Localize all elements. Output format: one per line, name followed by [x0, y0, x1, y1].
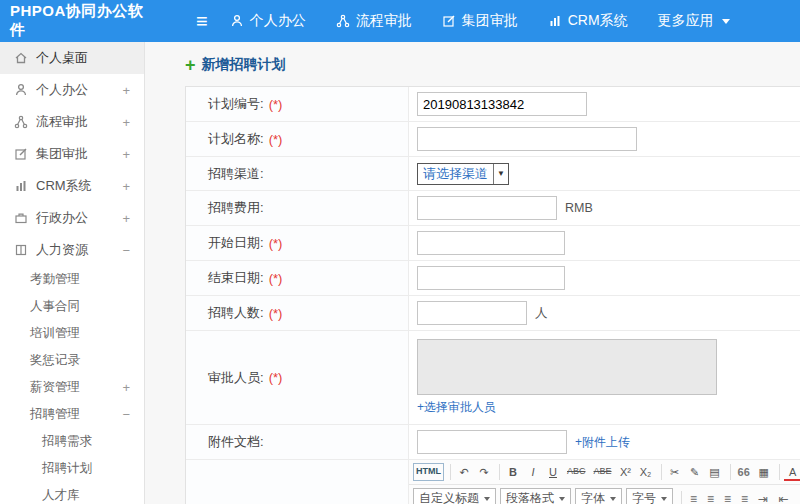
select-approver-link[interactable]: +选择审批人员 [417, 399, 496, 416]
sidebar-item-talent-pool[interactable]: 人才库 [0, 482, 144, 504]
expand-icon[interactable]: + [122, 211, 130, 226]
sidebar-item-label: 招聘计划 [42, 460, 92, 477]
approver-textarea[interactable] [417, 339, 717, 395]
custom-title-dropdown[interactable]: 自定义标题 [413, 488, 496, 504]
font-color-button[interactable]: A [784, 463, 800, 481]
redo-icon[interactable]: ↷ [475, 463, 493, 481]
table-icon[interactable]: ▦ [755, 463, 773, 481]
end-date-input[interactable] [417, 266, 565, 290]
channel-select[interactable]: 请选择渠道 ▼ [417, 163, 509, 185]
sidebar-item-attendance[interactable]: 考勤管理 [0, 266, 144, 293]
nav-more-apps[interactable]: 更多应用 [658, 12, 730, 30]
person-icon [230, 14, 244, 28]
font-family-dropdown[interactable]: 字体 [575, 488, 622, 504]
plus-icon: + [185, 56, 196, 74]
italic-button[interactable]: I [524, 463, 542, 481]
sidebar-item-recruit-plan[interactable]: 招聘计划 [0, 455, 144, 482]
menu-toggle-icon[interactable]: ≡ [196, 11, 208, 31]
expand-icon[interactable]: + [122, 83, 130, 98]
sidebar-item-crm[interactable]: CRM系统 + [0, 170, 144, 202]
sidebar-item-rewards[interactable]: 奖惩记录 [0, 347, 144, 374]
recruit-plan-form: 计划编号: (*) 计划名称: (*) 招聘渠道: [185, 86, 800, 504]
form-row-end-date: 结束日期: (*) [186, 261, 800, 296]
required-marker: (*) [269, 132, 283, 147]
align-center-icon[interactable]: ≡ [703, 490, 718, 504]
expand-icon[interactable]: + [122, 147, 130, 162]
paragraph-format-dropdown[interactable]: 段落格式 [500, 488, 571, 504]
font-size-dropdown[interactable]: 字号 [626, 488, 673, 504]
chevron-down-icon [484, 497, 490, 501]
toolbar-separator [681, 491, 682, 504]
field-label: 开始日期: (*) [186, 226, 409, 260]
sidebar-item-recruit-mgmt[interactable]: 招聘管理 − [0, 401, 144, 428]
sidebar-item-group-approval[interactable]: 集团审批 + [0, 138, 144, 170]
bold-button[interactable]: B [504, 463, 522, 481]
outdent-icon[interactable]: ⇤ [774, 490, 792, 504]
remove-format-button[interactable]: ABE [591, 464, 615, 480]
sidebar-item-workflow-approval[interactable]: 流程审批 + [0, 106, 144, 138]
align-justify-icon[interactable]: ≡ [737, 490, 752, 504]
topbar: PHPOA协同办公软件 ≡ 个人办公 流程审批 集团审批 CRM系统 [0, 0, 800, 42]
sidebar-item-hr-contract[interactable]: 人事合同 [0, 293, 144, 320]
cost-input[interactable] [417, 196, 557, 220]
sidebar: 个人桌面 个人办公 + 流程审批 + 集团审批 + [0, 42, 145, 504]
attachment-input[interactable] [417, 430, 567, 454]
cut-icon[interactable]: ✂ [666, 463, 684, 481]
sidebar-item-label: 个人办公 [36, 81, 88, 99]
field-label: 招聘渠道: [186, 157, 409, 190]
nav-workflow-approval[interactable]: 流程审批 [336, 12, 412, 30]
form-row-plan-name: 计划名称: (*) [186, 122, 800, 157]
field-label: 审批人员: (*) [186, 331, 409, 424]
subscript-button[interactable]: X₂ [637, 463, 655, 481]
collapse-icon[interactable]: − [122, 243, 130, 258]
undo-icon[interactable]: ↶ [455, 463, 473, 481]
toolbar-separator [499, 464, 500, 480]
sidebar-item-training[interactable]: 培训管理 [0, 320, 144, 347]
chevron-down-icon [661, 497, 667, 501]
blockquote-button[interactable]: 66 [735, 463, 753, 481]
nav-crm-system[interactable]: CRM系统 [548, 12, 628, 30]
sidebar-item-salary[interactable]: 薪资管理 + [0, 374, 144, 401]
paste-icon[interactable]: ▤ [706, 463, 724, 481]
form-row-plan-no: 计划编号: (*) [186, 87, 800, 122]
sidebar-item-label: 人力资源 [36, 241, 88, 259]
form-row-channel: 招聘渠道: 请选择渠道 ▼ [186, 157, 800, 191]
attachment-upload-link[interactable]: +附件上传 [575, 434, 630, 451]
edit-icon [442, 14, 456, 28]
page-layout: 个人桌面 个人办公 + 流程审批 + 集团审批 + [0, 42, 800, 504]
superscript-button[interactable]: X² [617, 463, 635, 481]
indent-icon[interactable]: ⇥ [754, 490, 772, 504]
sidebar-item-label: 薪资管理 [30, 379, 80, 396]
expand-icon[interactable]: + [122, 115, 130, 130]
expand-icon[interactable]: + [122, 380, 130, 395]
field-label: 计划编号: (*) [186, 87, 409, 121]
nav-personal-office[interactable]: 个人办公 [230, 12, 306, 30]
sidebar-item-recruit-demand[interactable]: 招聘需求 [0, 428, 144, 455]
toolbar-separator [730, 464, 731, 480]
field-label: 附件文档: [186, 425, 409, 459]
expand-icon[interactable]: + [122, 179, 130, 194]
plan-name-input[interactable] [417, 127, 637, 151]
bar-chart-icon [548, 14, 562, 28]
start-date-input[interactable] [417, 231, 565, 255]
collapse-icon[interactable]: − [122, 407, 130, 422]
sidebar-item-desktop[interactable]: 个人桌面 [0, 42, 144, 74]
field-label: 招聘费用: [186, 191, 409, 225]
html-source-button[interactable]: HTML [413, 463, 444, 481]
format-brush-icon[interactable]: ✎ [686, 463, 704, 481]
underline-button[interactable]: U [544, 463, 562, 481]
sidebar-item-admin-office[interactable]: 行政办公 + [0, 202, 144, 234]
nav-group-approval[interactable]: 集团审批 [442, 12, 518, 30]
sidebar-item-hr[interactable]: 人力资源 − [0, 234, 144, 266]
plan-no-input[interactable] [417, 92, 587, 116]
channel-selected-value: 请选择渠道 [423, 165, 488, 183]
strikethrough-button[interactable]: ABC [564, 464, 589, 480]
toolbar-separator [779, 464, 780, 480]
rich-text-editor: HTML ↶ ↷ B I U ABC ABE X² X₂ ✂ [409, 460, 800, 504]
align-right-icon[interactable]: ≡ [720, 490, 735, 504]
align-left-icon[interactable]: ≡ [686, 490, 701, 504]
editor-toolbar-row-1: HTML ↶ ↷ B I U ABC ABE X² X₂ ✂ [409, 460, 800, 485]
sidebar-item-personal-office[interactable]: 个人办公 + [0, 74, 144, 106]
page-title-text: 新增招聘计划 [202, 56, 286, 74]
headcount-input[interactable] [417, 301, 527, 325]
